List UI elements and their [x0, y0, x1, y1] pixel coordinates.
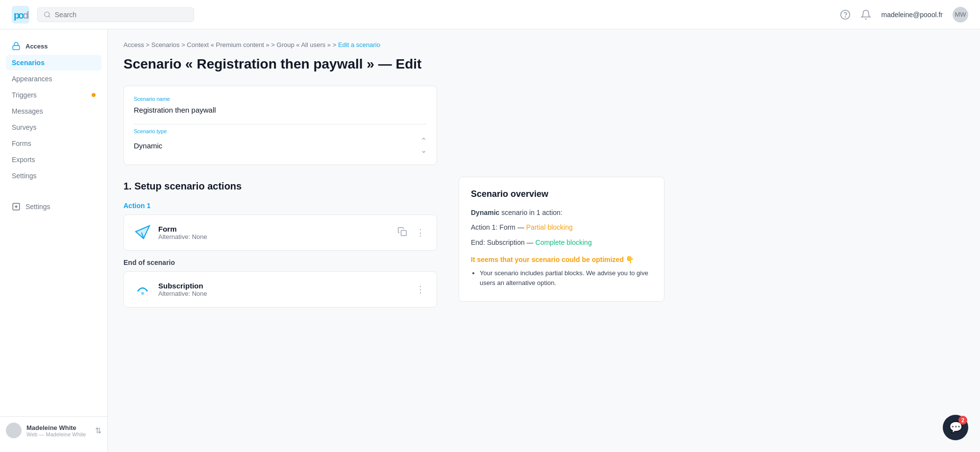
user-name: Madeleine White [26, 424, 90, 431]
sidebar-item-surveys[interactable]: Surveys [6, 119, 101, 135]
scenario-type-value: Dynamic [134, 142, 162, 150]
chat-badge: 2 [958, 416, 967, 425]
paper-plane-icon [134, 223, 151, 240]
sidebar-item-settings-main[interactable]: Settings [6, 198, 101, 215]
sidebar-item-scenarios[interactable]: Scenarios [6, 55, 101, 71]
search-input[interactable] [55, 11, 188, 19]
svg-point-8 [845, 17, 846, 17]
action1-copy-button[interactable] [395, 225, 409, 241]
end-alt: Alternative: None [158, 290, 407, 297]
triggers-dot-badge [92, 93, 96, 97]
optimize-notice: It seems that your scenario could be opt… [471, 256, 652, 287]
optimize-item-1: Your scenario includes partial blocks. W… [480, 268, 652, 287]
optimize-title: It seems that your scenario could be opt… [471, 256, 652, 263]
help-icon[interactable] [840, 9, 851, 20]
end-card: Subscription Alternative: None ⋮ [123, 271, 437, 308]
subscription-action-icon [134, 280, 151, 299]
logo[interactable]: p o o l [12, 6, 29, 24]
action1-alt: Alternative: None [158, 233, 389, 240]
end-name: Subscription [158, 282, 407, 290]
action1-name: Form [158, 225, 389, 233]
user-email: madeleine@poool.fr [881, 11, 943, 19]
nav-right: madeleine@poool.fr MW [840, 7, 968, 23]
breadcrumb-edit-link[interactable]: Edit a scenario [338, 41, 380, 48]
topnav: p o o l madeleine@poool.fr MW [0, 0, 980, 29]
user-avatar [6, 423, 22, 438]
end-text: Subscription Alternative: None [158, 282, 407, 297]
content-left: 1. Setup scenario actions Action 1 Form … [123, 177, 447, 311]
scenario-form-card: Scenario name Scenario type Dynamic ⌃⌄ [123, 86, 437, 165]
svg-point-15 [141, 292, 144, 295]
subscription-icon [134, 280, 151, 297]
sidebar-item-access[interactable]: Access [6, 38, 101, 54]
avatar: MW [953, 7, 968, 23]
sidebar-item-triggers[interactable]: Triggers [6, 87, 101, 103]
scenario-name-field: Scenario name [134, 96, 427, 116]
scenario-type-field: Scenario type Dynamic ⌃⌄ [134, 128, 427, 155]
search-bar[interactable] [37, 7, 194, 22]
overview-line2: Action 1: Form — Partial blocking [471, 222, 652, 233]
form-action-icon [134, 223, 151, 242]
overview-end-label: End: Subscription — [471, 238, 536, 246]
scenario-type-select-wrap[interactable]: Dynamic ⌃⌄ [134, 136, 427, 155]
overview-line1: Dynamic scenario in 1 action: [471, 207, 652, 218]
sidebar-item-appearances[interactable]: Appearances [6, 71, 101, 87]
sidebar-item-exports[interactable]: Exports [6, 152, 101, 167]
overview-dynamic-bold: Dynamic [471, 209, 499, 216]
overview-partial-blocking: Partial blocking [526, 223, 573, 231]
scenario-name-label: Scenario name [134, 96, 427, 102]
user-sub: Web — Madeleine White [26, 431, 90, 437]
page-title: Scenario « Registration then paywall » —… [123, 56, 964, 72]
content-row: 1. Setup scenario actions Action 1 Form … [123, 177, 964, 311]
svg-line-6 [49, 16, 50, 17]
end-actions: ⋮ [414, 282, 427, 297]
sidebar-section-settings: Settings [0, 192, 107, 221]
sidebar-section-access: Access Scenarios Appearances Triggers Me… [0, 37, 107, 184]
plus-icon [12, 202, 21, 211]
overview-line3: End: Subscription — Complete blocking [471, 237, 652, 248]
sidebar: Access Scenarios Appearances Triggers Me… [0, 29, 108, 452]
sidebar-item-forms[interactable]: Forms [6, 136, 101, 151]
logo-icon: p o o l [12, 6, 29, 24]
search-icon [44, 11, 51, 19]
action1-more-button[interactable]: ⋮ [414, 225, 427, 240]
end-label: End of scenario [123, 259, 447, 266]
svg-rect-9 [13, 46, 20, 49]
overview-title: Scenario overview [471, 189, 652, 199]
overview-line1-rest: scenario in 1 action: [499, 209, 562, 216]
chat-bubble[interactable]: 💬 2 [943, 415, 968, 440]
svg-point-5 [45, 12, 49, 17]
layout: Access Scenarios Appearances Triggers Me… [0, 29, 980, 452]
scenario-name-input[interactable] [134, 104, 427, 116]
end-more-button[interactable]: ⋮ [414, 282, 427, 297]
main-content: Access > Scenarios > Context « Premium c… [108, 29, 980, 452]
chevron-updown-icon: ⇅ [95, 426, 101, 435]
lock-icon [12, 42, 21, 50]
chevron-updown-select-icon: ⌃⌄ [420, 136, 427, 155]
sidebar-item-settings-access[interactable]: Settings [6, 168, 101, 184]
sidebar-item-messages[interactable]: Messages [6, 103, 101, 119]
bell-icon[interactable] [860, 9, 871, 20]
user-info: Madeleine White Web — Madeleine White [26, 424, 90, 437]
setup-section-title: 1. Setup scenario actions [123, 181, 447, 192]
user-profile[interactable]: Madeleine White Web — Madeleine White ⇅ [0, 416, 107, 444]
action1-actions: ⋮ [395, 225, 427, 241]
breadcrumb: Access > Scenarios > Context « Premium c… [123, 41, 964, 48]
svg-rect-14 [401, 230, 407, 236]
action1-card: Form Alternative: None ⋮ [123, 214, 437, 251]
overview-action1-label: Action 1: Form — [471, 223, 526, 231]
action1-label: Action 1 [123, 202, 447, 210]
optimize-list: Your scenario includes partial blocks. W… [471, 268, 652, 287]
scenario-type-label: Scenario type [134, 128, 427, 134]
overview-panel: Scenario overview Dynamic scenario in 1 … [459, 177, 664, 302]
action1-text: Form Alternative: None [158, 225, 389, 240]
overview-complete-blocking: Complete blocking [536, 238, 592, 246]
svg-text:l: l [26, 10, 29, 21]
